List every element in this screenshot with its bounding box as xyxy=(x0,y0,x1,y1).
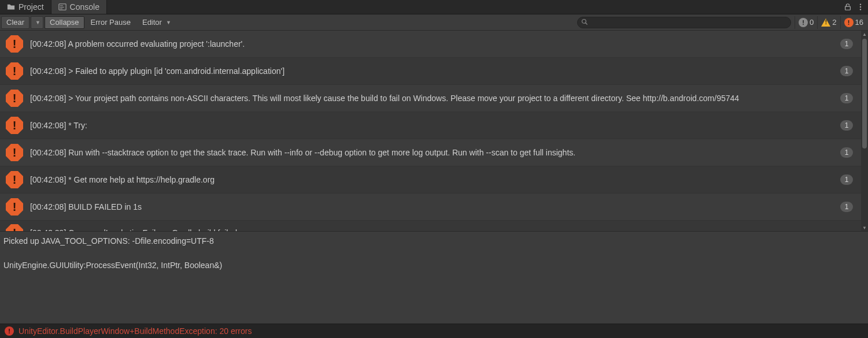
warning-icon xyxy=(821,18,830,27)
tab-console[interactable]: Console xyxy=(51,0,107,14)
error-octagon-icon xyxy=(6,198,23,216)
editor-dropdown-button[interactable]: Editor ▼ xyxy=(137,16,176,29)
search-wrap: ! 0 2 ! 16 xyxy=(577,16,868,29)
error-octagon-icon xyxy=(6,35,23,53)
log-row[interactable]: [00:42:29] CommandInvokationFailure: Gra… xyxy=(0,221,861,231)
error-icon: ! xyxy=(844,18,854,27)
error-octagon-icon xyxy=(6,144,23,161)
collapse-count-badge: 1 xyxy=(840,120,853,131)
chevron-down-icon: ▼ xyxy=(35,20,40,25)
log-message: [00:42:08] > Failed to apply plugin [id … xyxy=(30,66,840,76)
status-text: UnityEditor.BuildPlayerWindow+BuildMetho… xyxy=(19,326,252,336)
log-row[interactable]: [00:42:08] > Your project path contains … xyxy=(0,85,861,112)
error-pause-button[interactable]: Error Pause xyxy=(86,16,136,29)
log-row[interactable]: [00:42:08] * Get more help at https://he… xyxy=(0,166,861,194)
console-toolbar: Clear ▼ Collapse Error Pause Editor ▼ ! xyxy=(0,14,868,31)
status-bar[interactable]: ! UnityEditor.BuildPlayerWindow+BuildMet… xyxy=(0,324,868,338)
folder-icon xyxy=(7,3,15,11)
console-icon xyxy=(58,3,67,11)
log-message: [00:42:08] * Try: xyxy=(30,121,840,130)
tab-console-label: Console xyxy=(70,2,99,12)
log-row[interactable]: [00:42:08] Run with --stacktrace option … xyxy=(0,139,861,166)
tab-bar: Project Console xyxy=(0,0,868,14)
svg-rect-1 xyxy=(60,5,62,6)
error-icon: ! xyxy=(5,326,14,336)
svg-point-8 xyxy=(582,19,586,23)
collapse-count-badge: 1 xyxy=(840,147,853,158)
svg-point-7 xyxy=(860,9,861,10)
error-octagon-icon xyxy=(6,171,23,188)
warn-count: 2 xyxy=(832,18,836,27)
log-row[interactable]: [00:42:08] * Try: 1 xyxy=(0,112,861,139)
svg-rect-4 xyxy=(845,6,851,10)
log-row[interactable]: [00:42:08] BUILD FAILED in 1s 1 xyxy=(0,194,861,221)
error-octagon-icon xyxy=(6,117,23,134)
warn-counter[interactable]: 2 xyxy=(817,16,840,29)
tab-bar-right xyxy=(844,3,868,11)
collapse-count-badge: 1 xyxy=(840,174,853,185)
search-box xyxy=(577,17,791,28)
clear-button[interactable]: Clear xyxy=(1,16,29,29)
error-counter[interactable]: ! 16 xyxy=(840,16,867,29)
error-count: 16 xyxy=(855,18,863,27)
editor-label: Editor xyxy=(142,18,162,27)
lock-icon[interactable] xyxy=(844,3,852,11)
detail-line: Picked up JAVA_TOOL_OPTIONS: -Dfile.enco… xyxy=(3,236,214,246)
error-octagon-icon xyxy=(6,224,23,231)
clear-dropdown-button[interactable]: ▼ xyxy=(31,16,43,29)
log-row[interactable]: [00:42:08] > Failed to apply plugin [id … xyxy=(0,58,861,85)
tab-project[interactable]: Project xyxy=(0,0,51,14)
info-icon: ! xyxy=(799,18,808,27)
scrollbar-thumb[interactable] xyxy=(862,39,867,148)
log-message: [00:42:08] Run with --stacktrace option … xyxy=(30,148,840,157)
log-message: [00:42:29] CommandInvokationFailure: Gra… xyxy=(30,228,855,231)
collapse-count-badge: 1 xyxy=(840,66,853,76)
info-count: 0 xyxy=(810,18,814,27)
log-message: [00:42:08] * Get more help at https://he… xyxy=(30,175,840,184)
vertical-scrollbar[interactable]: ▲ ▼ xyxy=(861,31,868,231)
log-message: [00:42:08] BUILD FAILED in 1s xyxy=(30,202,840,211)
log-message: [00:42:08] > Your project path contains … xyxy=(30,94,840,103)
scroll-down-icon[interactable]: ▼ xyxy=(861,224,868,231)
search-input[interactable] xyxy=(577,17,791,28)
collapse-button[interactable]: Collapse xyxy=(45,16,84,29)
svg-point-6 xyxy=(860,6,861,8)
log-message: [00:42:08] A problem occurred evaluating… xyxy=(30,39,840,49)
collapse-label: Collapse xyxy=(50,18,79,27)
log-detail-pane[interactable]: Picked up JAVA_TOOL_OPTIONS: -Dfile.enco… xyxy=(0,231,868,324)
clear-label: Clear xyxy=(6,18,24,27)
collapse-count-badge: 1 xyxy=(840,202,853,212)
kebab-menu-icon[interactable] xyxy=(856,3,865,11)
info-counter[interactable]: ! 0 xyxy=(795,16,817,29)
scroll-up-icon[interactable]: ▲ xyxy=(861,31,868,38)
detail-line: UnityEngine.GUIUtility:ProcessEvent(Int3… xyxy=(3,261,222,270)
tab-project-label: Project xyxy=(19,2,44,12)
counters: ! 0 2 ! 16 xyxy=(795,16,868,29)
collapse-count-badge: 1 xyxy=(840,93,853,103)
log-list[interactable]: [00:42:08] A problem occurred evaluating… xyxy=(0,31,861,231)
chevron-down-icon: ▼ xyxy=(166,20,171,25)
collapse-count-badge: 1 xyxy=(840,39,853,49)
app-root: Project Console Clear ▼ Collapse xyxy=(0,0,868,338)
svg-point-5 xyxy=(860,3,861,5)
svg-line-9 xyxy=(586,23,588,24)
search-icon xyxy=(581,18,588,25)
svg-rect-2 xyxy=(60,7,64,8)
error-octagon-icon xyxy=(6,62,23,80)
error-octagon-icon xyxy=(6,90,23,107)
log-row[interactable]: [00:42:08] A problem occurred evaluating… xyxy=(0,31,861,58)
svg-rect-3 xyxy=(60,9,62,9)
log-area: [00:42:08] A problem occurred evaluating… xyxy=(0,31,868,231)
error-pause-label: Error Pause xyxy=(91,18,131,27)
